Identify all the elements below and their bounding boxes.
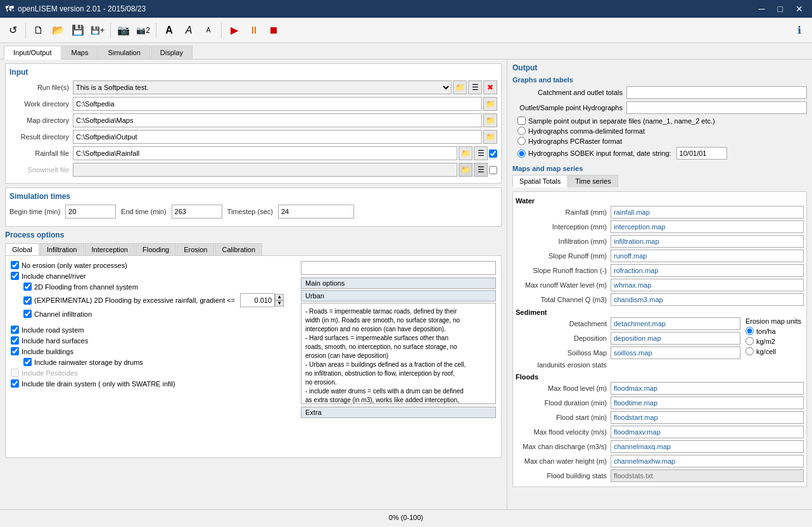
- font-c-button[interactable]: A: [200, 22, 217, 39]
- tab-simulation[interactable]: Simulation: [98, 46, 149, 59]
- include-channel-checkbox[interactable]: [11, 272, 19, 280]
- snowmelt-checkbox[interactable]: [489, 166, 497, 174]
- no-erosion-checkbox[interactable]: [11, 261, 19, 269]
- flood-gradient-down[interactable]: ▼: [275, 300, 284, 307]
- max-water-height-out-input[interactable]: [611, 455, 804, 467]
- flood-building-out-input[interactable]: [611, 469, 804, 482]
- save-button[interactable]: 💾: [69, 22, 87, 39]
- flood-start-out-input[interactable]: [611, 411, 804, 424]
- rainfall-out-input[interactable]: [611, 206, 804, 219]
- end-time-input[interactable]: [172, 205, 222, 219]
- tab-maps[interactable]: Maps: [62, 46, 98, 59]
- run-files-list-btn[interactable]: ☰: [468, 80, 482, 94]
- begin-time-input[interactable]: [65, 205, 116, 219]
- spatial-totals-tab[interactable]: Spatial Totals: [512, 175, 568, 187]
- title-bar-controls[interactable]: ─ □ ✕: [755, 4, 807, 14]
- open-button[interactable]: 📂: [49, 22, 67, 39]
- process-tab-global[interactable]: Global: [5, 243, 39, 255]
- process-tab-infiltration[interactable]: Infiltration: [40, 243, 84, 255]
- include-road-checkbox[interactable]: [11, 326, 19, 334]
- saveas-button[interactable]: 💾+: [89, 22, 106, 39]
- screenshot2-button[interactable]: 📷2: [134, 22, 152, 39]
- work-dir-browse-btn[interactable]: 📁: [483, 97, 497, 111]
- erosion-ton-ha-radio[interactable]: [745, 327, 754, 335]
- hydro-comma-radio[interactable]: [517, 127, 526, 135]
- work-dir-input[interactable]: [73, 97, 482, 111]
- stop-button[interactable]: ⏹: [265, 22, 282, 39]
- max-flood-out-input[interactable]: [611, 382, 804, 395]
- tab-display[interactable]: Display: [151, 46, 193, 59]
- process-tab-calibration[interactable]: Calibration: [215, 243, 262, 255]
- slope-runoff-out-input[interactable]: [611, 250, 804, 262]
- include-hard-checkbox[interactable]: [11, 336, 19, 345]
- erosion-kg-m2-radio[interactable]: [745, 337, 754, 345]
- hydro-sobek-date-input[interactable]: [676, 147, 727, 160]
- sample-point-checkbox[interactable]: [517, 117, 526, 125]
- run-button[interactable]: ▶: [225, 22, 243, 39]
- flood-gradient-input[interactable]: [240, 293, 275, 307]
- minimize-button[interactable]: ─: [755, 4, 769, 14]
- soilloss-out-input[interactable]: [611, 346, 740, 359]
- tile-drain-checkbox[interactable]: [11, 379, 19, 388]
- time-series-tab[interactable]: Time series: [568, 175, 618, 187]
- rainfall-file-input[interactable]: [73, 146, 457, 160]
- process-tab-erosion[interactable]: Erosion: [177, 243, 214, 255]
- new-button[interactable]: 🗋: [30, 22, 48, 39]
- hydro-pcraster-radio[interactable]: [517, 137, 526, 145]
- main-options-collapse[interactable]: Main options: [301, 277, 496, 289]
- snowmelt-browse-btn[interactable]: 📁: [459, 163, 473, 177]
- rainfall-checkbox[interactable]: [489, 149, 497, 158]
- refresh-button[interactable]: ↺: [4, 22, 22, 39]
- run-files-label: Run file(s): [10, 84, 73, 91]
- include-pesticides-checkbox[interactable]: [11, 369, 19, 377]
- total-channel-out-input[interactable]: [611, 293, 804, 306]
- flood-channel-checkbox[interactable]: [23, 283, 32, 291]
- snowmelt-file-input[interactable]: [73, 163, 457, 177]
- rainfall-list-btn[interactable]: ☰: [474, 146, 488, 160]
- catchment-input[interactable]: [626, 86, 807, 99]
- urban-collapse[interactable]: Urban: [301, 290, 496, 302]
- flood-gradient-up[interactable]: ▲: [275, 294, 284, 300]
- font-a-button[interactable]: A: [160, 22, 178, 39]
- detachment-out-input[interactable]: [611, 317, 740, 330]
- run-files-select[interactable]: This is a Softpedia test.: [73, 80, 452, 94]
- run-files-browse-btn[interactable]: 📁: [453, 80, 467, 94]
- font-b-button[interactable]: A: [180, 22, 198, 39]
- include-buildings-label: Include buildings: [22, 348, 73, 355]
- close-button[interactable]: ✕: [792, 4, 807, 14]
- info-button[interactable]: ℹ: [790, 22, 808, 39]
- map-dir-input[interactable]: [73, 113, 482, 127]
- flood-experimental-checkbox[interactable]: [23, 296, 32, 305]
- process-tab-interception[interactable]: Interception: [85, 243, 135, 255]
- toolbar-sep-3: [156, 23, 156, 38]
- extra-collapse[interactable]: Extra: [301, 407, 496, 418]
- screenshot-button[interactable]: 📷: [115, 22, 132, 39]
- water-header: Water: [516, 197, 804, 205]
- max-velocity-out-input[interactable]: [611, 426, 804, 438]
- max-runoff-out-input[interactable]: [611, 279, 804, 291]
- outlet-input[interactable]: [626, 101, 807, 114]
- infiltration-out-input[interactable]: [611, 235, 804, 248]
- max-discharge-out-input[interactable]: [611, 440, 804, 453]
- snowmelt-list-btn[interactable]: ☰: [474, 163, 488, 177]
- process-tab-flooding[interactable]: Flooding: [136, 243, 176, 255]
- erosion-kg-cell-radio[interactable]: [745, 347, 754, 355]
- include-buildings-checkbox[interactable]: [11, 347, 19, 355]
- channel-infiltration-checkbox[interactable]: [23, 310, 32, 318]
- slope-frac-out-input[interactable]: [611, 264, 804, 277]
- rainfall-browse-btn[interactable]: 📁: [459, 146, 473, 160]
- flood-duration-out-input[interactable]: [611, 397, 804, 409]
- tab-input-output[interactable]: Input/Output: [4, 46, 61, 60]
- pause-button[interactable]: ⏸: [245, 22, 263, 39]
- result-dir-input[interactable]: [73, 130, 482, 144]
- run-files-clear-btn[interactable]: ✖: [483, 80, 497, 94]
- maps-header: Maps and map series: [512, 165, 807, 172]
- result-dir-browse-btn[interactable]: 📁: [483, 130, 497, 144]
- maximize-button[interactable]: □: [774, 4, 787, 14]
- map-dir-browse-btn[interactable]: 📁: [483, 113, 497, 127]
- deposition-out-input[interactable]: [611, 332, 740, 345]
- interception-out-input[interactable]: [611, 220, 804, 233]
- rainwater-drums-checkbox[interactable]: [23, 358, 32, 366]
- hydro-sobek-radio[interactable]: [517, 149, 526, 158]
- timestep-input[interactable]: [278, 205, 354, 219]
